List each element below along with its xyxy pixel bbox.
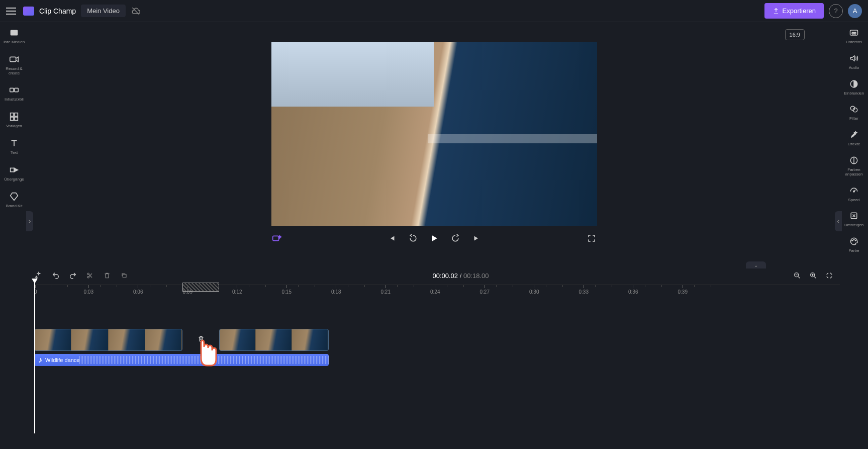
play-button[interactable] — [429, 233, 440, 244]
sidebar-item-colors[interactable]: Farben anpassen — [840, 155, 868, 177]
svg-rect-5 — [11, 113, 14, 116]
zoom-in-button[interactable] — [809, 271, 818, 280]
export-button[interactable]: Exportieren — [764, 3, 824, 19]
timeline-gap[interactable]: Diese Lücke löschen — [182, 329, 219, 351]
ruler-mark: 0:06 — [133, 285, 143, 295]
aspect-ratio-selector[interactable]: 16:9 — [785, 29, 805, 40]
ruler-mark: 0:18 — [331, 285, 341, 295]
svg-point-17 — [853, 191, 855, 192]
svg-rect-1 — [11, 30, 18, 36]
transitions-icon — [9, 164, 20, 175]
timeline-ruler[interactable]: 00:030:060:090:120:150:180:210:240:270:3… — [34, 285, 840, 297]
collapse-timeline-button[interactable]: ⌄ — [746, 261, 766, 268]
cloud-sync-icon[interactable] — [131, 6, 141, 16]
audio-clip-label: Wildlife dance — [45, 357, 79, 363]
ruler-mark: 0:21 — [381, 285, 391, 295]
sidebar-item-palette[interactable]: Farbe — [840, 236, 868, 253]
ruler-mark: 0:30 — [529, 285, 539, 295]
fullscreen-button[interactable] — [586, 233, 597, 244]
hamburger-menu-icon[interactable] — [6, 5, 18, 17]
sidebar-item-effects[interactable]: Effekte — [840, 129, 868, 147]
svg-point-19 — [852, 240, 853, 241]
sidebar-item-crop[interactable]: Umsteigen — [840, 210, 868, 228]
ruler-mark: 0:36 — [628, 285, 638, 295]
transport-controls — [271, 226, 597, 251]
header: Clip Champ Mein Video Exportieren ? A — [0, 0, 868, 22]
skip-back-button[interactable] — [387, 233, 398, 244]
waveform — [79, 356, 329, 364]
ruler-mark: 0:15 — [282, 285, 292, 295]
library-icon — [9, 84, 20, 96]
sidebar-item-record[interactable]: Record & create — [0, 54, 28, 76]
music-note-icon: ♪ — [38, 355, 42, 365]
user-avatar[interactable]: A — [848, 4, 862, 18]
media-icon — [9, 27, 20, 38]
effects-icon — [848, 129, 859, 140]
ai-enhance-button[interactable] — [271, 233, 282, 244]
collapse-right-panel-button[interactable]: ‹ — [835, 211, 842, 231]
camera-icon — [9, 54, 20, 65]
sidebar-item-fade[interactable]: Einblenden — [840, 78, 868, 96]
svg-point-21 — [855, 240, 856, 241]
forward-button[interactable] — [450, 233, 461, 244]
sidebar-item-audio[interactable]: Audio — [840, 53, 868, 70]
timeline-time-display: 00:00.02 / 00:18.00 — [137, 272, 785, 280]
fade-icon — [848, 78, 859, 89]
sidebar-item-brandkit[interactable]: Brand Kit — [0, 191, 28, 209]
svg-rect-3 — [10, 88, 14, 92]
cc-icon: CC — [848, 27, 859, 38]
timeline-toolbar: 00:00.02 / 00:18.00 — [0, 266, 868, 285]
filter-icon — [848, 104, 859, 115]
gap-selection-indicator — [182, 283, 219, 292]
app-logo-icon — [23, 7, 34, 16]
video-track: Diese Lücke löschen — [34, 329, 840, 351]
rewind-button[interactable] — [408, 233, 419, 244]
right-sidebar: CC Untertitel Audio Einblenden Filter Ef… — [840, 22, 868, 263]
sidebar-item-text[interactable]: Text — [0, 138, 28, 155]
ruler-mark: 0:27 — [480, 285, 490, 295]
workspace: Ihre Medien Record & create Inhaltsbibli… — [0, 22, 868, 263]
help-button[interactable]: ? — [829, 4, 843, 18]
project-name[interactable]: Mein Video — [81, 5, 126, 17]
svg-rect-4 — [15, 88, 18, 92]
brand-icon — [9, 191, 20, 202]
sidebar-item-templates[interactable]: Vorlagen — [0, 111, 28, 129]
sidebar-item-subtitles[interactable]: CC Untertitel — [840, 27, 868, 45]
svg-text:CC: CC — [852, 32, 856, 35]
sidebar-item-filter[interactable]: Filter — [840, 104, 868, 121]
delete-button[interactable] — [103, 271, 112, 280]
audio-clip[interactable]: ♪ Wildlife dance — [34, 354, 329, 366]
playhead[interactable] — [34, 283, 35, 433]
sidebar-item-speed[interactable]: Speed — [840, 185, 868, 203]
sidebar-item-media[interactable]: Ihre Medien — [0, 27, 28, 45]
zoom-fit-button[interactable] — [825, 271, 834, 280]
audio-icon — [848, 53, 859, 64]
text-icon — [9, 138, 20, 149]
split-button[interactable] — [85, 271, 94, 280]
redo-button[interactable] — [68, 271, 77, 280]
svg-rect-24 — [123, 274, 126, 278]
ruler-mark: 0:39 — [678, 285, 688, 295]
sidebar-item-transitions[interactable]: Übergänge — [0, 164, 28, 182]
colors-icon — [848, 155, 859, 166]
video-clip-2[interactable] — [219, 329, 329, 351]
ruler-mark: 0:12 — [232, 285, 242, 295]
zoom-out-button[interactable] — [793, 271, 802, 280]
expand-left-panel-button[interactable]: › — [26, 211, 33, 231]
skip-forward-button[interactable] — [471, 233, 482, 244]
timeline-zoom-controls — [793, 271, 834, 280]
duplicate-button[interactable] — [120, 271, 129, 280]
svg-rect-9 — [11, 168, 14, 171]
svg-rect-7 — [11, 117, 14, 120]
ruler-mark: 0:24 — [430, 285, 440, 295]
video-clip-1[interactable] — [34, 329, 182, 351]
svg-point-23 — [87, 277, 89, 278]
svg-point-20 — [853, 239, 854, 240]
video-preview[interactable] — [271, 42, 597, 226]
undo-button[interactable] — [51, 271, 60, 280]
svg-point-22 — [87, 273, 89, 275]
upload-icon — [773, 8, 780, 15]
sidebar-item-library[interactable]: Inhaltsbibli — [0, 84, 28, 102]
timeline-tracks: Diese Lücke löschen ♪ Wildlife dance — [34, 329, 840, 366]
delete-gap-button[interactable] — [197, 335, 205, 343]
